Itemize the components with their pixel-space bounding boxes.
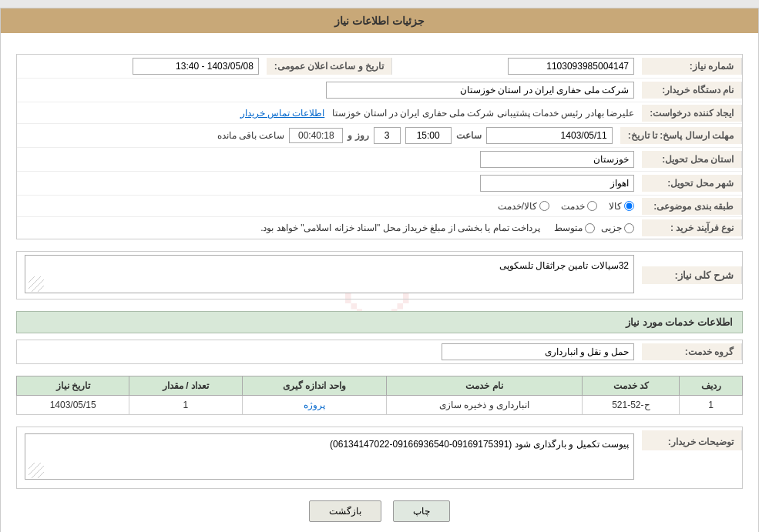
deadline-time-input[interactable] — [405, 127, 452, 144]
category-kala-khedmat[interactable]: کالا/خدمت — [498, 201, 549, 212]
row-service-name: انبارداری و ذخیره سازی — [386, 396, 582, 415]
service-group-section: گروه خدمت: — [16, 340, 743, 364]
buyer-org-row: نام دستگاه خریدار: — [17, 79, 742, 102]
remaining-label: ساعت باقی مانده — [217, 130, 285, 141]
table-row: 1 ح-52-521 انبارداری و ذخیره سازی پروژه … — [17, 396, 743, 415]
purchase-jozi[interactable]: جزیی — [601, 223, 634, 233]
announce-date-value — [17, 55, 267, 78]
days-label: روز و — [348, 130, 368, 141]
service-group-row: گروه خدمت: — [17, 340, 742, 363]
deadline-days-input[interactable] — [374, 127, 401, 144]
row-qty: 1 — [129, 396, 242, 415]
buyer-desc-textarea[interactable]: پیوست تکمیل و بارگذاری شود (09169175391-… — [25, 433, 634, 480]
need-desc-value: 32سیالات تامین جراثقال تلسکوپی — [17, 252, 642, 299]
province-label: استان محل تحویل: — [642, 151, 742, 168]
purchase-type-row: نوع فرآیند خرید : جزیی متوسط پرداخت تمام… — [17, 217, 742, 239]
buyer-org-label: نام دستگاه خریدار: — [642, 82, 742, 99]
row-number: 1 — [680, 396, 743, 415]
category-value: کالا خدمت کالا/خدمت — [17, 198, 642, 215]
creator-label: ایجاد کننده درخواست: — [642, 105, 742, 122]
service-group-label: گروه خدمت: — [642, 343, 742, 360]
col-name: نام خدمت — [386, 376, 582, 396]
deadline-label: مهلت ارسال پاسخ: تا تاریخ: — [620, 127, 742, 144]
buyer-desc-value: پیوست تکمیل و بارگذاری شود (09169175391-… — [17, 430, 642, 485]
deadline-row: مهلت ارسال پاسخ: تا تاریخ: ساعت روز و 00… — [17, 124, 742, 148]
service-group-value — [17, 340, 642, 363]
row-unit: پروژه — [242, 396, 386, 415]
services-table-section: ردیف کد خدمت نام خدمت واحد اندازه گیری ت… — [16, 376, 743, 415]
buyer-org-input[interactable] — [326, 82, 634, 99]
buyer-desc-row: توضیحات خریدار: پیوست تکمیل و بارگذاری ش… — [17, 427, 742, 488]
col-unit: واحد اندازه گیری — [242, 376, 386, 396]
province-row: استان محل تحویل: — [17, 148, 742, 172]
creator-value: علیرضا بهادر رئیس خدمات پشتیبانی شرکت مل… — [17, 105, 642, 122]
need-desc-row: شرح کلی نیاز: 32سیالات تامین جراثقال تلس… — [17, 252, 742, 299]
deadline-value: ساعت روز و 00:40:18 ساعت باقی مانده — [17, 124, 620, 147]
city-label: شهر محل تحویل: — [642, 175, 742, 192]
need-number-value — [392, 55, 642, 78]
announce-date-input[interactable] — [133, 58, 259, 75]
purchase-type-value: جزیی متوسط پرداخت تمام یا بخشی از مبلغ خ… — [17, 219, 642, 236]
services-info-title: اطلاعات خدمات مورد نیاز — [16, 311, 743, 333]
category-row: طبقه بندی موضوعی: کالا خدمت کالا/خدمت — [17, 196, 742, 217]
category-label: طبقه بندی موضوعی: — [642, 198, 742, 215]
city-row: شهر محل تحویل: — [17, 172, 742, 196]
province-value — [17, 148, 642, 171]
services-table: ردیف کد خدمت نام خدمت واحد اندازه گیری ت… — [16, 376, 743, 415]
purchase-type-label: نوع فرآیند خرید : — [642, 219, 742, 236]
city-input[interactable] — [480, 175, 634, 192]
service-group-input[interactable] — [442, 343, 634, 360]
creator-text: علیرضا بهادر رئیس خدمات پشتیبانی شرکت مل… — [332, 108, 634, 119]
creator-contact-link[interactable]: اطلاعات تماس خریدار — [240, 108, 325, 119]
time-label: ساعت — [456, 130, 482, 141]
need-desc-label: شرح کلی نیاز: — [642, 266, 742, 284]
buyer-desc-label: توضیحات خریدار: — [642, 430, 742, 450]
need-number-label: شماره نیاز: — [642, 58, 742, 75]
category-khedmat[interactable]: خدمت — [561, 201, 597, 212]
col-code: کد خدمت — [583, 376, 680, 396]
page-header: جزئیات اطلاعات نیاز — [1, 8, 758, 33]
buyer-desc-section: توضیحات خریدار: پیوست تکمیل و بارگذاری ش… — [16, 427, 743, 489]
province-input[interactable] — [480, 151, 634, 168]
back-button[interactable]: بازگشت — [309, 500, 381, 522]
category-kala[interactable]: کالا — [609, 201, 634, 212]
col-row: ردیف — [680, 376, 743, 396]
button-group: چاپ بازگشت — [16, 500, 743, 522]
row-code: ح-52-521 — [583, 396, 680, 415]
need-number-row: شماره نیاز: تاریخ و ساعت اعلان عمومی: — [17, 55, 742, 79]
main-info-section: شماره نیاز: تاریخ و ساعت اعلان عمومی: نا… — [16, 54, 743, 239]
creator-row: ایجاد کننده درخواست: علیرضا بهادر رئیس خ… — [17, 102, 742, 124]
col-date: تاریخ نیاز — [17, 376, 129, 396]
deadline-date-input[interactable] — [486, 127, 613, 144]
purchase-note: پرداخت تمام یا بخشی از مبلغ خریداز محل "… — [260, 223, 540, 233]
city-value — [17, 172, 642, 195]
need-desc-section: شرح کلی نیاز: 32سیالات تامین جراثقال تلس… — [16, 251, 743, 299]
page-title: جزئیات اطلاعات نیاز — [334, 15, 425, 27]
col-qty: تعداد / مقدار — [129, 376, 242, 396]
announce-date-label: تاریخ و ساعت اعلان عمومی: — [267, 58, 392, 75]
buyer-org-value — [17, 79, 642, 102]
row-date: 1403/05/15 — [17, 396, 129, 415]
purchase-motevaset[interactable]: متوسط — [554, 223, 595, 233]
need-desc-textarea[interactable]: 32سیالات تامین جراثقال تلسکوپی — [25, 255, 634, 293]
countdown-display: 00:40:18 — [289, 128, 343, 143]
need-number-input[interactable] — [508, 58, 634, 75]
print-button[interactable]: چاپ — [393, 500, 450, 522]
